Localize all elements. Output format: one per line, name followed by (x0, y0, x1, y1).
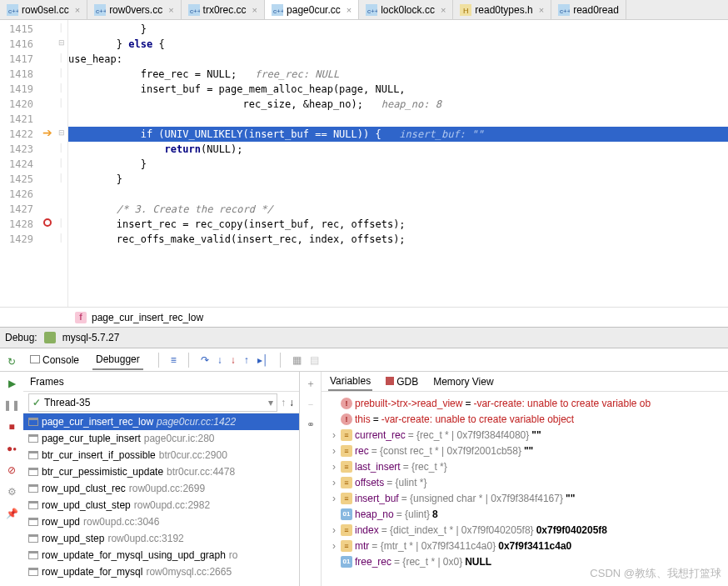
cpp-icon: c++ (94, 4, 106, 16)
frame-row[interactable]: row_upd_clust_step row0upd.cc:2982 (23, 497, 299, 513)
line-number-gutter: 1415141614171418141914201421142214231424… (0, 20, 40, 307)
frame-row[interactable]: row_update_for_mysql_using_upd_graph ro (23, 547, 299, 563)
frame-location: page0cur.ic:280 (144, 433, 215, 444)
var-value: NULL (465, 556, 491, 568)
prev-frame-icon[interactable]: ↑ (281, 397, 286, 408)
expand-icon[interactable]: › (330, 445, 338, 457)
add-watch-icon[interactable]: ＋ (306, 377, 316, 391)
link-icon[interactable]: ⚭ (307, 418, 315, 430)
settings-icon[interactable]: ⚙ (5, 485, 18, 498)
object-icon: ≡ (341, 524, 352, 536)
frame-icon (28, 484, 38, 493)
variable-row[interactable]: ! this = -var-create: unable to create v… (322, 411, 728, 427)
tab-debugger[interactable]: Debugger (92, 350, 143, 370)
expand-icon[interactable]: › (330, 461, 338, 473)
run-config-icon (44, 332, 56, 343)
thread-selector[interactable]: ✓ Thread-35 ▾ (28, 393, 277, 412)
tab-row0sel[interactable]: c++row0sel.cc× (0, 0, 87, 19)
frame-row[interactable]: row_upd_clust_rec row0upd.cc:2699 (23, 480, 299, 497)
var-value: 0x7f9f3411c4a0 (498, 540, 571, 552)
variable-row[interactable]: ›≡ insert_buf = {unsigned char * | 0x7f9… (322, 490, 728, 506)
expand-icon[interactable]: › (330, 493, 338, 504)
tab-page0cur[interactable]: c++page0cur.cc× (265, 0, 359, 19)
close-icon[interactable]: × (75, 5, 80, 15)
tab-row0vers[interactable]: c++row0vers.cc× (87, 0, 181, 19)
pause-icon[interactable]: ❚❚ (5, 398, 18, 412)
rerun-icon[interactable]: ↻ (5, 355, 18, 368)
tab-read0read[interactable]: c++read0read (551, 0, 626, 19)
breadcrumb: f page_cur_insert_rec_low (0, 307, 728, 327)
fold-column[interactable]: │⊟││││⊟│││││ (55, 20, 68, 307)
tab-variables[interactable]: Variables (328, 373, 372, 391)
cpp-icon: c++ (558, 4, 570, 16)
debug-config[interactable]: mysql-5.7.27 (62, 332, 120, 343)
variable-row[interactable]: 01 free_rec = {rec_t * | 0x0} NULL (322, 553, 728, 569)
settings-icon[interactable]: ▤ (310, 354, 319, 366)
remove-watch-icon[interactable]: － (306, 398, 316, 412)
close-icon[interactable]: × (252, 5, 257, 15)
dropdown-icon: ▾ (268, 397, 273, 408)
variable-row[interactable]: ›≡ offsets = {ulint *} (322, 474, 728, 490)
step-over-icon[interactable]: ↷ (201, 354, 209, 366)
frame-row[interactable]: page_cur_insert_rec_low page0cur.cc:1422 (23, 413, 299, 430)
tab-console[interactable]: Console (27, 351, 82, 369)
run-to-cursor-icon[interactable]: ▸│ (257, 354, 269, 366)
breakpoint-icon[interactable] (43, 218, 52, 227)
cpp-icon: c++ (188, 4, 200, 16)
expand-icon[interactable]: › (330, 477, 338, 488)
frame-location: page0cur.cc:1422 (157, 416, 236, 428)
show-exec-icon[interactable]: ≡ (171, 354, 177, 366)
primitive-icon: 01 (341, 508, 352, 520)
frame-row[interactable]: row_upd_step row0upd.cc:3192 (23, 530, 299, 547)
variable-row[interactable]: ! prebuilt->trx->read_view = -var-create… (322, 395, 728, 411)
tab-gdb[interactable]: GDB (384, 373, 420, 390)
close-icon[interactable]: × (441, 5, 446, 15)
marker-column[interactable]: ➔ (40, 20, 55, 307)
next-frame-icon[interactable]: ↓ (289, 397, 294, 408)
expand-icon[interactable]: › (330, 429, 338, 441)
console-label: Console (42, 354, 79, 366)
variable-row[interactable]: ›≡ last_insert = {rec_t *} (322, 458, 728, 474)
frame-row[interactable]: row_upd row0upd.cc:3046 (23, 513, 299, 530)
var-name: offsets (355, 477, 384, 488)
expand-icon[interactable]: › (330, 524, 338, 536)
tab-lock0lock[interactable]: c++lock0lock.cc× (359, 0, 453, 19)
variable-row[interactable]: ›≡ mtr = {mtr_t * | 0x7f9f3411c4a0} 0x7f… (322, 538, 728, 553)
variable-row[interactable]: ›≡ index = {dict_index_t * | 0x7f9f04020… (322, 522, 728, 538)
frame-row[interactable]: btr_cur_pessimistic_update btr0cur.cc:44… (23, 463, 299, 480)
frame-row[interactable]: row_update_for_mysql row0mysql.cc:2665 (23, 563, 299, 580)
code-editor[interactable]: 1415141614171418141914201421142214231424… (0, 20, 728, 307)
frame-row[interactable]: btr_cur_insert_if_possible btr0cur.cc:29… (23, 447, 299, 463)
tab-label: read0types.h (475, 4, 532, 16)
step-into-icon[interactable]: ↓ (217, 354, 222, 366)
close-icon[interactable]: × (347, 5, 352, 15)
pin-icon[interactable]: 📌 (5, 507, 18, 520)
tab-trx0rec[interactable]: c++trx0rec.cc× (182, 0, 265, 19)
code-area[interactable]: } } else {use_heap: free_rec = NULL; fre… (68, 20, 728, 307)
view-breakpoints-icon[interactable]: ●● (5, 442, 18, 455)
frame-location: btr0cur.cc:4478 (167, 466, 235, 478)
frame-row[interactable]: page_cur_tuple_insert page0cur.ic:280 (23, 430, 299, 447)
var-name: index (355, 524, 379, 536)
frames-list[interactable]: page_cur_insert_rec_low page0cur.cc:1422… (23, 413, 299, 586)
variable-row[interactable]: 01 heap_no = {ulint} 8 (322, 506, 728, 522)
variables-list[interactable]: ! prebuilt->trx->read_view = -var-create… (322, 392, 728, 586)
close-icon[interactable]: × (168, 5, 173, 15)
variable-row[interactable]: ›≡ current_rec = {rec_t * | 0x7f9f384f40… (322, 427, 728, 443)
tab-read0types[interactable]: Hread0types.h× (453, 0, 551, 19)
frame-function: row_upd_clust_rec (42, 483, 126, 494)
variable-row[interactable]: ›≡ rec = {const rec_t * | 0x7f9f2001cb58… (322, 443, 728, 458)
evaluate-icon[interactable]: ▦ (292, 354, 302, 366)
stop-icon[interactable]: ■ (5, 420, 18, 433)
frame-icon (28, 451, 38, 459)
tab-memory[interactable]: Memory View (431, 373, 495, 390)
close-icon[interactable]: × (539, 5, 544, 15)
mute-breakpoints-icon[interactable]: ⊘ (5, 463, 18, 477)
step-out-icon[interactable]: ↑ (244, 354, 249, 366)
resume-icon[interactable]: ▶ (5, 377, 18, 390)
breadcrumb-function[interactable]: page_cur_insert_rec_low (92, 312, 203, 323)
expand-icon[interactable]: › (330, 540, 338, 552)
force-step-into-icon[interactable]: ↓ (231, 354, 236, 366)
frame-icon (28, 501, 38, 509)
frame-icon (28, 568, 38, 576)
